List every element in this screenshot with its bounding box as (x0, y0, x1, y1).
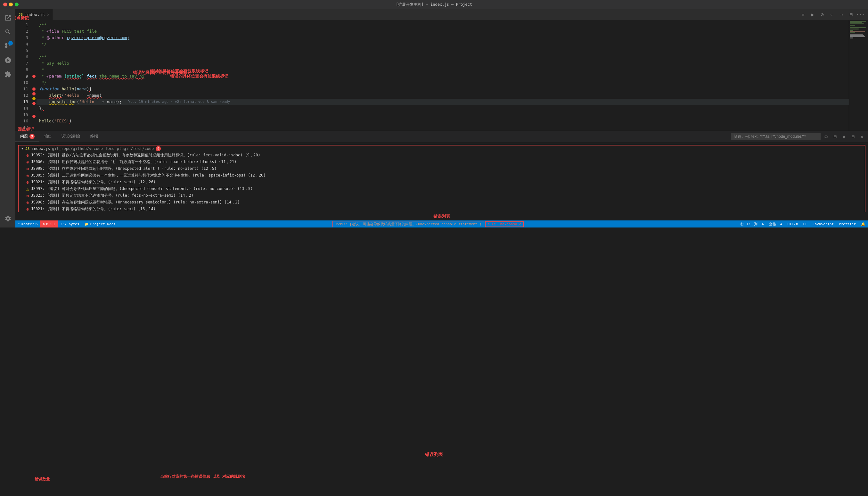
spaces-label: 空格: 4 (769, 222, 783, 227)
panel-tab-problems[interactable]: 问题 9 (15, 131, 40, 142)
collapse-icon[interactable]: ⊟ (832, 133, 838, 140)
back-icon[interactable]: ← (828, 11, 835, 18)
panel-tab-output-label: 输出 (44, 134, 52, 139)
error-item-8[interactable]: ⊗ JS998: [强制] 存在兼容性问题或运行时错误。(Unnecessary… (19, 199, 865, 206)
status-size[interactable]: 237 bytes (58, 220, 82, 228)
minimize-button[interactable] (9, 3, 13, 6)
status-encoding[interactable]: UTF-8 (785, 220, 801, 228)
error-file-name: index.js (31, 146, 50, 151)
maximize-button[interactable] (15, 3, 19, 6)
forward-icon[interactable]: → (838, 11, 845, 18)
status-bell[interactable]: 🔔 (858, 220, 868, 228)
error-message-8: JS998: [强制] 存在兼容性问题或运行时错误。(Unnecessary s… (31, 200, 240, 205)
filter-input[interactable] (731, 133, 821, 140)
status-project-root[interactable]: 📁 Project Root (82, 220, 118, 228)
error-list: ▾ JS index.js git_repo/github/vscode-fec… (15, 142, 868, 212)
status-branch[interactable]: ⑂ master ↻ (15, 220, 40, 228)
error-item-4[interactable]: ⊗ JS005: [强制] 二元运算符两侧必须有一个空格，一元运算符与操作对象之… (19, 172, 865, 179)
code-line-10: */ (36, 79, 849, 86)
sidebar-item-git[interactable]: 5 (1, 40, 14, 52)
error-x-icon: ⊗ (43, 222, 45, 226)
line-num-14: 14 (15, 105, 28, 111)
activity-bar: 5 (0, 9, 15, 228)
error-group-header[interactable]: ▾ JS index.js git_repo/github/vscode-fec… (19, 145, 865, 152)
warning-count: 1 (53, 222, 55, 226)
more-icon[interactable]: ··· (857, 11, 864, 18)
bell-icon: 🔔 (861, 222, 865, 226)
status-language[interactable]: JavaScript (810, 220, 836, 228)
sidebar-item-settings[interactable] (1, 212, 14, 225)
line-numbers: 1 2 3 4 5 6 7 8 9 10 11 12 13 14 15 16 1 (15, 20, 31, 131)
error-dot-14 (32, 102, 35, 105)
error-icon-5: ⊗ (26, 180, 29, 185)
sidebar-item-debug[interactable] (1, 54, 14, 67)
panel-tab-terminal-label: 终端 (90, 134, 98, 139)
warning-icon-6: ⚠ (26, 186, 29, 191)
view-icon[interactable]: ⊙ (819, 11, 826, 18)
git-blame-text: You, 19 minutes ago · v2: format vue & s… (128, 99, 230, 105)
error-icon-2: ⊗ (26, 159, 29, 165)
line-num-2: 2 (15, 28, 28, 35)
line-num-12: 12 (15, 92, 28, 99)
git-badge: 5 (8, 41, 13, 46)
split-editor-icon[interactable]: ◇ (800, 11, 806, 18)
error-item-7[interactable]: ⊗ JS023: [强制] 函数定义结束不允许添加分号。(rule: fecs-… (19, 192, 865, 199)
tab-close-icon[interactable]: × (47, 12, 49, 17)
status-middle: JS997: [建议] 可能会导致代码质量下降的问题。(Unexpected c… (118, 221, 738, 227)
status-rule-box[interactable]: rule: no-console (485, 221, 524, 227)
error-message-3: JS998: [强制] 存在兼容性问题或运行时错误。(Unexpected al… (31, 166, 217, 171)
project-root-label: Project Root (90, 222, 115, 226)
code-line-17 (36, 124, 849, 131)
code-line-5 (36, 47, 849, 54)
error-dot-16 (32, 115, 35, 118)
panel-chevron-up[interactable]: ∧ (840, 133, 848, 140)
panel-close-icon[interactable]: × (858, 133, 865, 140)
status-formatter[interactable]: Prettier (836, 220, 858, 228)
tab-index-js[interactable]: JS index.js × (15, 9, 53, 20)
status-spaces[interactable]: 空格: 4 (767, 220, 785, 228)
status-line-ending[interactable]: LF (801, 220, 810, 228)
panel-tab-terminal[interactable]: 终端 (85, 131, 103, 142)
code-area: /** * @file FECS test file * @author cgz… (36, 20, 849, 131)
code-line-15 (36, 111, 849, 118)
layout-icon[interactable]: ⊟ (848, 11, 854, 18)
error-item-3[interactable]: ⊗ JS998: [强制] 存在兼容性问题或运行时错误。(Unexpected … (19, 165, 865, 172)
code-line-7: * Say Hello (36, 60, 849, 67)
error-icon-3: ⊗ (26, 166, 29, 171)
error-dot-11 (32, 88, 35, 91)
tab-label: index.js (25, 12, 45, 17)
line-num-11: 11 (15, 86, 28, 92)
bottom-panel: 问题 9 输出 调试控制台 终端 ⚙ (15, 131, 868, 220)
status-errors[interactable]: ⊗ 8 ⚠ 1 (40, 220, 58, 228)
error-item-5[interactable]: ⊗ JS021: [强制] 不得省略语句结束的分号。(rule: semi) (… (19, 179, 865, 186)
code-line-8: * (36, 67, 849, 73)
line-num-17: 17 (15, 124, 28, 131)
status-position[interactable]: 行 13，列 34 (738, 220, 767, 228)
panel-tab-debug[interactable]: 调试控制台 (57, 131, 85, 142)
play-icon[interactable]: ▶ (809, 11, 816, 18)
sidebar-item-explorer[interactable] (1, 12, 14, 24)
filter-settings-icon[interactable]: ⚙ (822, 133, 830, 140)
status-error-message[interactable]: JS997: [建议] 可能会导致代码质量下降的问题。(Unexpected c… (332, 221, 484, 227)
error-message-9: JS021: [强制] 不得省略语句结束的分号。(rule: semi) (16… (31, 206, 156, 212)
code-line-6: /** (36, 54, 849, 60)
error-item-1[interactable]: ⊗ JS052: [强制] 函数/方法注释必须包含函数说明，有参数和返回值时必须… (19, 152, 865, 159)
app-root: [扩展开发主机] - index.js — Project 5 (0, 0, 868, 228)
status-rule-text: rule: no-console (488, 222, 521, 226)
error-item-2[interactable]: ⊗ JS006: [强制] 用作代码块起始的左花括号 `{` 前必须有一个空格。… (19, 159, 865, 165)
file-type-icon: JS (25, 147, 30, 151)
sidebar-item-extensions[interactable] (1, 68, 14, 81)
error-file-path: git_repo/github/vscode-fecs-plugin/test/… (52, 146, 154, 151)
code-line-14: }; (36, 105, 849, 111)
minimap-content (849, 20, 868, 40)
panel-tab-output[interactable]: 输出 (40, 131, 57, 142)
error-dot-13 (32, 97, 35, 100)
error-item-9[interactable]: ⊗ JS021: [强制] 不得省略语句结束的分号。(rule: semi) (… (19, 206, 865, 212)
error-message-6: JS997: [建议] 可能会导致代码质量下降的问题。(Unexpected c… (31, 186, 253, 191)
close-button[interactable] (3, 3, 7, 6)
error-item-6[interactable]: ⚠ JS997: [建议] 可能会导致代码质量下降的问题。(Unexpected… (19, 186, 865, 192)
sidebar-item-search[interactable] (1, 26, 14, 38)
error-icon-4: ⊗ (26, 173, 29, 178)
panel-layout-icon[interactable]: ⊟ (849, 133, 856, 140)
error-count-annotation: 错误数量 (35, 477, 50, 482)
